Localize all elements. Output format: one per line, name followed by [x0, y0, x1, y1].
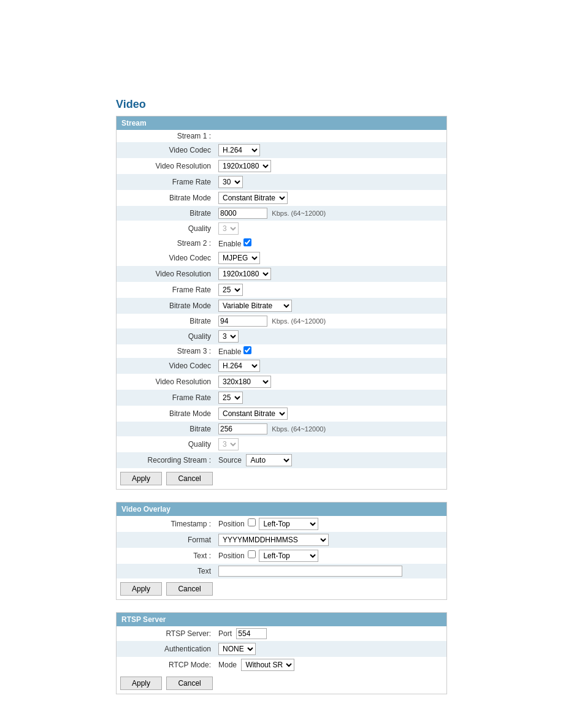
stream3-enable-checkbox[interactable] — [243, 346, 251, 354]
stream1-framerate-select[interactable]: 30 25 15 10 5 — [218, 176, 243, 188]
video-overlay-section: Video Overlay Timestamp : Position Left-… — [116, 502, 447, 600]
stream1-bitrate-label: Bitrate — [117, 206, 215, 221]
stream1-quality-row: Quality 3 — [117, 221, 446, 237]
overlay-apply-button[interactable]: Apply — [120, 582, 162, 596]
video-overlay-header: Video Overlay — [117, 502, 446, 516]
stream1-codec-row: Video Codec H.264 H.265 MJPEG — [117, 142, 446, 158]
port-label: Port — [218, 629, 232, 638]
stream1-bitratemode-select[interactable]: Constant Bitrate Variable Bitrate — [218, 192, 288, 204]
rtsp-auth-row: Authentication NONE Basic Digest — [117, 641, 446, 657]
stream2-enable-checkbox[interactable] — [243, 238, 251, 246]
timestamp-format-select[interactable]: YYYYMMDDHHMMSS MMDDYYYY HHMMSS DDMMYYYY … — [218, 534, 329, 546]
stream1-codec-label: Video Codec — [117, 142, 215, 158]
rtsp-apply-button[interactable]: Apply — [120, 677, 162, 690]
text-text-input[interactable] — [218, 566, 402, 577]
stream1-quality-select[interactable]: 3 — [218, 222, 239, 235]
recording-source-select[interactable]: Auto Stream 1 Stream 2 Stream 3 — [246, 454, 292, 466]
stream3-label-row: Stream 3 : Enable — [117, 344, 446, 358]
stream3-bitrate-row: Bitrate Kbps. (64~12000) — [117, 422, 446, 436]
stream3-bitratemode-label: Bitrate Mode — [117, 406, 215, 422]
video-overlay-section-box: Video Overlay Timestamp : Position Left-… — [116, 502, 447, 600]
stream3-bitratemode-select[interactable]: Constant Bitrate Variable Bitrate — [218, 408, 288, 420]
rtcp-mode-label: RTCP Mode: — [117, 657, 215, 673]
timestamp-format-label: Format — [117, 532, 215, 548]
rtcp-mode-row: RTCP Mode: Mode Without SR With SR — [117, 657, 446, 673]
stream2-codec-select[interactable]: H.264 H.265 MJPEG — [218, 252, 260, 264]
text-section-label: Text : — [117, 548, 215, 564]
stream3-quality-label: Quality — [117, 436, 215, 452]
stream2-bitratemode-select[interactable]: Constant Bitrate Variable Bitrate — [218, 300, 292, 312]
stream1-bitrate-row: Bitrate Kbps. (64~12000) — [117, 206, 446, 221]
rtcp-mode-select[interactable]: Without SR With SR — [241, 659, 294, 671]
stream1-resolution-label: Video Resolution — [117, 158, 215, 174]
stream3-framerate-label: Frame Rate — [117, 390, 215, 406]
stream2-quality-select[interactable]: 3 — [218, 330, 239, 343]
stream1-bitrate-hint: Kbps. (64~12000) — [272, 210, 326, 217]
stream-form-table: Stream 1 : Video Codec H.264 H.265 MJPEG — [117, 130, 446, 468]
stream2-codec-row: Video Codec H.264 H.265 MJPEG — [117, 250, 446, 266]
stream-section-header: Stream — [117, 116, 446, 130]
stream3-framerate-row: Frame Rate 30 25 15 10 5 — [117, 390, 446, 406]
stream2-bitratemode-row: Bitrate Mode Constant Bitrate Variable B… — [117, 298, 446, 314]
text-position-row: Text : Position Left-Top Right-Top Left-… — [117, 548, 446, 564]
stream2-label-row: Stream 2 : Enable — [117, 237, 446, 250]
text-position-select[interactable]: Left-Top Right-Top Left-Bottom Right-Bot… — [259, 550, 318, 562]
stream3-codec-label: Video Codec — [117, 358, 215, 374]
stream-buttons-row: Apply Cancel — [117, 468, 446, 489]
stream3-resolution-select[interactable]: 1920x1080 1280x720 640x480 320x180 — [218, 376, 271, 388]
stream3-framerate-select[interactable]: 30 25 15 10 5 — [218, 392, 243, 404]
rtsp-section: RTSP Server RTSP Server: Port Authentica… — [116, 612, 447, 694]
stream3-quality-select[interactable]: 3 — [218, 438, 239, 450]
page-title: Video — [116, 98, 447, 111]
rtsp-auth-select[interactable]: NONE Basic Digest — [218, 643, 256, 655]
stream2-label: Stream 2 : — [117, 237, 215, 250]
rtsp-form-table: RTSP Server: Port Authentication NONE Ba… — [117, 626, 446, 673]
stream1-label-row: Stream 1 : — [117, 130, 446, 142]
stream-apply-button[interactable]: Apply — [120, 472, 162, 485]
overlay-cancel-button[interactable]: Cancel — [166, 582, 212, 596]
stream1-resolution-select[interactable]: 1920x1080 1280x720 640x480 320x180 — [218, 160, 271, 172]
stream-section: Stream Stream 1 : Video Codec H.264 H.26… — [116, 116, 447, 490]
stream1-bitrate-input[interactable] — [218, 208, 267, 219]
stream2-bitrate-label: Bitrate — [117, 314, 215, 328]
stream2-resolution-select[interactable]: 1920x1080 1280x720 640x480 320x180 — [218, 268, 271, 280]
rtsp-auth-label: Authentication — [117, 641, 215, 657]
stream1-quality-label: Quality — [117, 221, 215, 237]
stream1-resolution-row: Video Resolution 1920x1080 1280x720 640x… — [117, 158, 446, 174]
stream3-resolution-row: Video Resolution 1920x1080 1280x720 640x… — [117, 374, 446, 390]
timestamp-position-checkbox[interactable] — [248, 518, 256, 526]
stream3-bitrate-input[interactable] — [218, 423, 267, 434]
rtsp-server-label: RTSP Server: — [117, 626, 215, 641]
stream1-framerate-row: Frame Rate 30 25 15 10 5 — [117, 174, 446, 190]
stream3-enable-label: Enable — [218, 347, 241, 356]
recording-stream-label: Recording Stream : — [117, 452, 215, 468]
text-position-label: Position — [218, 552, 245, 560]
text-text-label: Text — [117, 564, 215, 578]
rtsp-cancel-button[interactable]: Cancel — [166, 677, 212, 690]
stream2-resolution-row: Video Resolution 1920x1080 1280x720 640x… — [117, 266, 446, 282]
text-position-checkbox[interactable] — [248, 550, 256, 558]
stream2-bitrate-input[interactable] — [218, 316, 267, 327]
stream-cancel-button[interactable]: Cancel — [166, 472, 212, 485]
stream2-bitrate-hint: Kbps. (64~12000) — [272, 317, 326, 325]
stream-section-box: Stream Stream 1 : Video Codec H.264 H.26… — [116, 116, 447, 490]
timestamp-position-select[interactable]: Left-Top Right-Top Left-Bottom Right-Bot… — [259, 518, 318, 530]
stream2-framerate-row: Frame Rate 30 25 15 10 5 — [117, 282, 446, 298]
stream1-bitratemode-row: Bitrate Mode Constant Bitrate Variable B… — [117, 190, 446, 206]
stream3-label: Stream 3 : — [117, 344, 215, 358]
stream2-framerate-label: Frame Rate — [117, 282, 215, 298]
stream2-quality-label: Quality — [117, 328, 215, 344]
stream1-codec-select[interactable]: H.264 H.265 MJPEG — [218, 144, 260, 156]
timestamp-label: Timestamp : — [117, 516, 215, 532]
rtsp-port-input[interactable] — [236, 628, 267, 639]
stream3-codec-select[interactable]: H.264 H.265 MJPEG — [218, 360, 260, 372]
stream2-framerate-select[interactable]: 30 25 15 10 5 — [218, 284, 243, 296]
stream3-bitrate-hint: Kbps. (64~12000) — [272, 425, 326, 433]
rtsp-port-row: RTSP Server: Port — [117, 626, 446, 641]
stream2-enable-label: Enable — [218, 240, 241, 248]
recording-stream-row: Recording Stream : Source Auto Stream 1 … — [117, 452, 446, 468]
stream1-label: Stream 1 : — [117, 130, 215, 142]
rtsp-section-box: RTSP Server RTSP Server: Port Authentica… — [116, 612, 447, 694]
stream1-framerate-label: Frame Rate — [117, 174, 215, 190]
stream3-bitrate-label: Bitrate — [117, 422, 215, 436]
